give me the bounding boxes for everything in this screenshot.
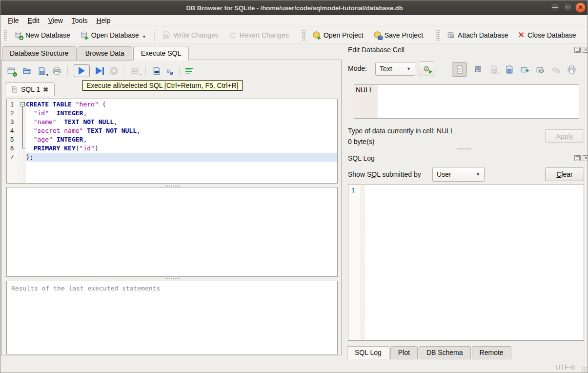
line-number: 4: [7, 126, 20, 135]
dock-float-icon[interactable]: [574, 155, 581, 161]
code-line[interactable]: 1−CREATE TABLE "hero" (: [7, 100, 337, 109]
close-icon[interactable]: ✕: [575, 2, 586, 13]
new-sql-tab-icon[interactable]: +: [7, 66, 16, 76]
close-database-label: Close Database: [527, 31, 576, 39]
code-line[interactable]: 7);: [7, 153, 337, 162]
print-icon[interactable]: [52, 66, 61, 76]
open-sql-file-icon[interactable]: [22, 66, 31, 76]
fold-marker: [20, 153, 26, 162]
tab-browse-data[interactable]: Browse Data: [78, 46, 132, 61]
save-results-icon[interactable]: ▾: [130, 66, 140, 76]
open-url-icon[interactable]: [536, 65, 545, 74]
menu-item-view[interactable]: View: [44, 16, 67, 25]
write-changes-label: Write Changes: [173, 31, 218, 39]
execute-current-line-icon[interactable]: [96, 66, 104, 76]
code-line[interactable]: 4 "secret_name" TEXT NOT NULL,: [7, 126, 337, 135]
cell-size-info: 0 byte(s): [348, 138, 374, 145]
encoding-indicator[interactable]: UTF-8: [555, 363, 575, 371]
open-project-icon: [312, 31, 321, 39]
open-database-dropdown-icon[interactable]: ▾: [143, 34, 145, 39]
maximize-icon[interactable]: [563, 2, 573, 13]
close-database-button[interactable]: ✕ Close Database: [514, 29, 581, 41]
save-sql-file-icon[interactable]: ▾: [37, 66, 46, 76]
tooltip: Execute all/selected SQL [Ctrl+Return, F…: [82, 80, 243, 91]
bottom-tab-plot[interactable]: Plot: [390, 346, 418, 359]
toolbar-separator: [67, 66, 68, 76]
open-project-button[interactable]: Open Project: [308, 29, 368, 41]
app-window: { "window": { "title": "DB Browser for S…: [0, 0, 588, 373]
code-text: "name" TEXT NOT NULL,: [26, 118, 337, 126]
resize-grip-icon[interactable]: [581, 366, 587, 372]
code-line[interactable]: 2 "id" INTEGER,: [7, 109, 337, 118]
toolbar-drag-handle[interactable]: [436, 30, 440, 41]
replace-icon[interactable]: ba: [167, 66, 173, 76]
apply-button-label: Apply: [556, 132, 573, 140]
open-in-external-icon[interactable]: [520, 65, 529, 74]
fold-marker: [20, 135, 26, 144]
cell-editor-toolbar: ▾: [452, 62, 576, 77]
new-database-icon: +: [14, 31, 22, 39]
log-line-number: 1: [351, 186, 355, 194]
dock-close-icon[interactable]: ✕: [583, 155, 588, 161]
code-line[interactable]: 3 "name" TEXT NOT NULL,: [7, 118, 337, 126]
toolbar-drag-handle[interactable]: [302, 30, 305, 41]
print-cell-icon[interactable]: [567, 65, 576, 74]
code-line[interactable]: 6 PRIMARY KEY("id"): [7, 144, 337, 153]
word-wrap-icon[interactable]: [473, 65, 483, 74]
save-project-button[interactable]: Save Project: [369, 29, 427, 41]
code-line[interactable]: 5 "age" INTEGER,: [7, 135, 337, 144]
clear-log-button[interactable]: Clear: [545, 167, 584, 181]
bottom-tab-remote[interactable]: Remote: [472, 346, 511, 359]
log-line-gutter: [348, 185, 360, 340]
minimize-icon[interactable]: —: [550, 2, 560, 13]
format-sql-icon[interactable]: [185, 67, 193, 74]
fold-marker: [20, 126, 26, 135]
menu-item-tools[interactable]: Tools: [67, 16, 92, 25]
close-sql-tab-icon[interactable]: ✖: [43, 86, 48, 93]
fold-marker[interactable]: −: [20, 100, 26, 109]
cell-value-editor[interactable]: NULL: [354, 84, 579, 119]
bottom-tab-sql-log[interactable]: SQL Log: [347, 346, 389, 359]
log-filter-select[interactable]: User ▼: [432, 167, 485, 182]
text-view-toggle[interactable]: [452, 62, 467, 77]
tab-execute-sql[interactable]: Execute SQL: [133, 46, 189, 61]
code-text: );: [26, 153, 337, 162]
stop-execution-icon[interactable]: ✕: [110, 67, 118, 75]
apply-button[interactable]: Apply: [545, 129, 584, 143]
sql-log-view[interactable]: 1: [348, 185, 584, 341]
sql-document-tab[interactable]: SQL 1 ✖: [5, 83, 55, 96]
new-database-button[interactable]: + New Database: [10, 29, 75, 41]
attach-database-button[interactable]: Attach Database: [442, 29, 513, 41]
toolbar-drag-handle[interactable]: [4, 30, 7, 41]
set-null-icon[interactable]: [551, 65, 561, 74]
revert-changes-icon: [228, 31, 237, 39]
results-message-pane[interactable]: Results of the last executed statements: [6, 281, 338, 354]
open-database-button[interactable]: Open Database ▾: [76, 29, 150, 41]
export-data-icon[interactable]: [505, 65, 514, 74]
find-icon[interactable]: [152, 66, 161, 76]
mode-select[interactable]: Text ▼: [375, 62, 415, 76]
menu-item-edit[interactable]: Edit: [23, 16, 44, 25]
tab-database-structure[interactable]: Database Structure: [2, 46, 77, 61]
results-placeholder: Results of the last executed statements: [11, 285, 333, 292]
auto-switch-mode-button[interactable]: ⚙: [419, 62, 434, 76]
splitter-handle[interactable]: [6, 277, 338, 280]
dock-float-icon[interactable]: [574, 47, 581, 53]
bottom-tab-db-schema[interactable]: DB Schema: [419, 346, 471, 359]
execute-all-button[interactable]: [74, 64, 90, 77]
menu-item-help[interactable]: Help: [92, 16, 115, 25]
code-editor[interactable]: 1−CREATE TABLE "hero" (2 "id" INTEGER,3 …: [6, 99, 338, 184]
dock-close-icon[interactable]: ✕: [583, 47, 588, 53]
revert-changes-button[interactable]: Revert Changes: [224, 29, 293, 41]
menu-item-file[interactable]: File: [3, 16, 23, 25]
line-number: 5: [7, 135, 20, 144]
title-bar[interactable]: DB Browser for SQLite - /home/user/code/…: [0, 0, 588, 15]
log-filter-label: Show SQL submitted by: [348, 170, 421, 178]
line-number: 6: [7, 144, 20, 153]
sql-document-tabbar: SQL 1 ✖: [5, 83, 55, 98]
fold-marker: [20, 109, 26, 118]
clear-button-label: Clear: [556, 170, 572, 178]
write-changes-button[interactable]: Write Changes: [158, 29, 223, 41]
import-data-icon[interactable]: ▾: [489, 65, 498, 74]
splitter-handle[interactable]: [371, 147, 557, 150]
